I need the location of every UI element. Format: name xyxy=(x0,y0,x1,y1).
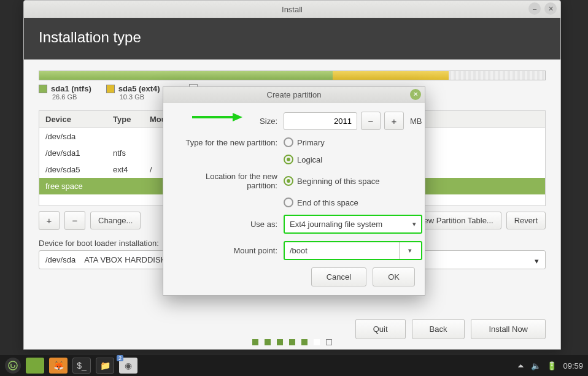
col-type[interactable]: Type xyxy=(107,111,144,128)
clock[interactable]: 09:59 xyxy=(563,361,583,370)
start-menu-button[interactable] xyxy=(5,358,21,374)
mint-logo-icon xyxy=(8,361,18,370)
taskbar-terminal[interactable]: $_ xyxy=(72,358,91,374)
taskbar-firefox[interactable]: 🦊 xyxy=(49,358,68,374)
radio-icon-checked xyxy=(284,155,293,164)
radio-logical[interactable]: Logical xyxy=(284,155,422,164)
size-increment-button[interactable]: + xyxy=(384,112,404,130)
install-now-button[interactable]: Install Now xyxy=(471,319,546,339)
legend-sda5-size: 10.3 GB xyxy=(120,93,160,101)
size-decrement-button[interactable]: − xyxy=(361,112,381,130)
page-title: Installation type xyxy=(24,18,560,59)
add-partition-button[interactable]: + xyxy=(39,211,60,230)
step-dot xyxy=(252,339,258,345)
radio-beginning[interactable]: Beginning of this space xyxy=(284,176,422,186)
wizard-footer: Quit Back Install Now xyxy=(355,319,546,339)
dialog-cancel-button[interactable]: Cancel xyxy=(311,267,366,286)
svg-point-2 xyxy=(9,361,17,370)
mount-point-label: Mount point: xyxy=(173,246,284,255)
remove-partition-button[interactable]: − xyxy=(64,211,85,230)
step-dot xyxy=(289,339,295,345)
taskbar-show-desktop[interactable] xyxy=(26,358,44,374)
chevron-down-icon: ▾ xyxy=(408,247,412,255)
step-dot-current xyxy=(314,339,320,345)
radio-primary[interactable]: Primary xyxy=(284,137,422,147)
swatch-ext4 xyxy=(106,85,115,93)
change-partition-button[interactable]: Change... xyxy=(90,212,141,229)
step-dot xyxy=(326,339,332,345)
size-unit: MB xyxy=(410,117,422,126)
disk-segment-sda1[interactable] xyxy=(39,71,333,80)
close-button[interactable]: ✕ xyxy=(544,2,557,15)
radio-icon xyxy=(284,198,293,207)
location-label: Location for the new partition: xyxy=(173,172,284,190)
volume-icon[interactable]: 🔈 xyxy=(531,361,541,370)
quit-button[interactable]: Quit xyxy=(355,319,406,339)
back-button[interactable]: Back xyxy=(412,319,465,339)
disk-segment-sda5[interactable] xyxy=(333,71,449,80)
minimize-button[interactable]: – xyxy=(528,2,541,15)
dialog-ok-button[interactable]: OK xyxy=(373,267,415,286)
window-title: Install xyxy=(282,5,303,14)
dialog-title: Create partition ✕ xyxy=(163,87,425,103)
revert-button[interactable]: Revert xyxy=(506,212,546,229)
radio-end[interactable]: End of this space xyxy=(284,198,422,207)
disk-segment-free[interactable] xyxy=(449,71,545,80)
type-label: Type for the new partition: xyxy=(173,138,284,147)
legend-sda1-name: sda1 (ntfs) xyxy=(51,84,91,93)
taskbar-installer[interactable]: ◉2 xyxy=(119,358,137,374)
col-device[interactable]: Device xyxy=(39,111,107,128)
step-dot xyxy=(265,339,271,345)
disk-usage-bar xyxy=(39,71,546,80)
taskbar-files[interactable]: 📁 xyxy=(96,358,114,374)
size-label: Size: xyxy=(173,117,284,126)
chevron-down-icon: ▾ xyxy=(535,256,539,266)
radio-icon xyxy=(284,137,293,147)
swatch-ntfs xyxy=(39,85,47,93)
radio-icon-checked xyxy=(284,176,293,186)
mount-point-select[interactable]: /boot ▾ xyxy=(284,241,422,260)
dialog-close-button[interactable]: ✕ xyxy=(410,89,421,100)
titlebar: Install – ✕ xyxy=(24,1,560,18)
page-indicator xyxy=(252,339,332,345)
network-icon[interactable]: ⏶ xyxy=(517,361,525,370)
use-as-label: Use as: xyxy=(173,220,284,229)
create-partition-dialog: Create partition ✕ Size: − + MB Type for… xyxy=(163,86,425,296)
taskbar: 🦊 $_ 📁 ◉2 ⏶ 🔈 🔋 09:59 xyxy=(0,355,588,376)
legend-sda5-name: sda5 (ext4) xyxy=(118,84,160,93)
chevron-down-icon: ▾ xyxy=(412,220,416,228)
use-as-select[interactable]: Ext4 journaling file system ▾ xyxy=(284,215,422,234)
battery-icon[interactable]: 🔋 xyxy=(547,361,557,370)
system-tray: ⏶ 🔈 🔋 09:59 xyxy=(517,361,583,370)
step-dot xyxy=(277,339,283,345)
legend-sda1-size: 26.6 GB xyxy=(52,93,91,101)
step-dot xyxy=(301,339,308,345)
size-input[interactable] xyxy=(284,112,357,130)
